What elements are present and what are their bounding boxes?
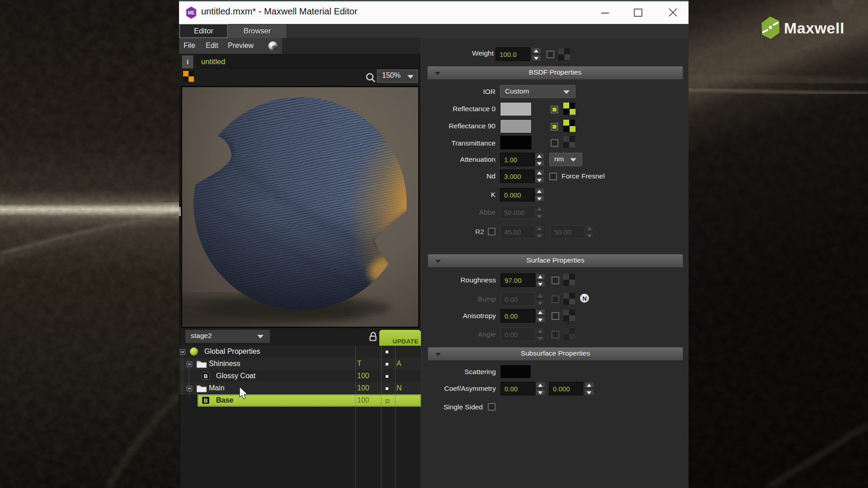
svg-text:N: N bbox=[582, 295, 586, 302]
svg-text:B: B bbox=[204, 373, 208, 380]
svg-text:ME: ME bbox=[188, 10, 194, 15]
svg-text:B: B bbox=[204, 398, 208, 404]
